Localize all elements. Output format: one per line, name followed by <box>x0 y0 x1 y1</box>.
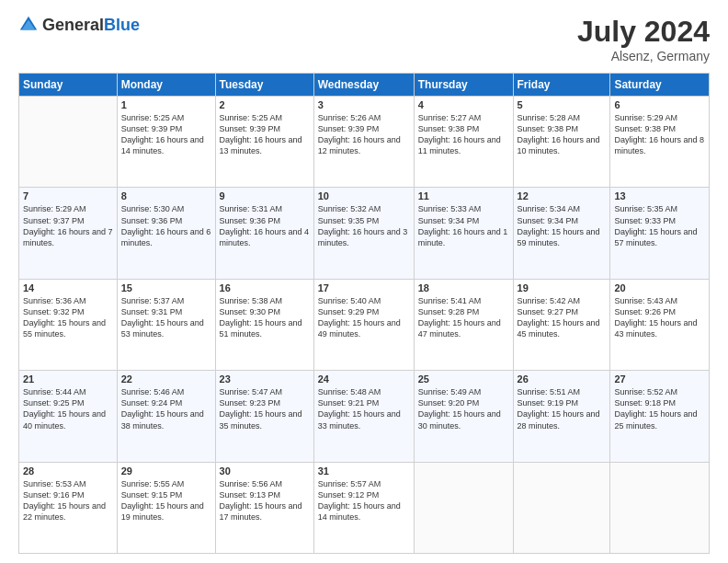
calendar-cell: 24Sunrise: 5:48 AMSunset: 9:21 PMDayligh… <box>313 371 414 462</box>
calendar-cell <box>610 462 710 553</box>
day-number: 8 <box>121 190 211 201</box>
day-info: Sunrise: 5:56 AMSunset: 9:13 PMDaylight:… <box>220 478 310 523</box>
day-info: Sunrise: 5:25 AMSunset: 9:39 PMDaylight:… <box>121 112 211 157</box>
calendar-cell <box>19 97 118 188</box>
calendar-cell: 5Sunrise: 5:28 AMSunset: 9:38 PMDaylight… <box>513 97 610 188</box>
page: GeneralBlue July 2024 Alsenz, Germany Su… <box>0 0 728 563</box>
calendar-cell: 11Sunrise: 5:33 AMSunset: 9:34 PMDayligh… <box>414 188 513 279</box>
calendar-cell: 31Sunrise: 5:57 AMSunset: 9:12 PMDayligh… <box>313 462 414 553</box>
calendar-cell: 26Sunrise: 5:51 AMSunset: 9:19 PMDayligh… <box>513 371 610 462</box>
calendar-cell: 8Sunrise: 5:30 AMSunset: 9:36 PMDaylight… <box>117 188 215 279</box>
day-number: 19 <box>518 282 607 293</box>
calendar-col-tuesday: Tuesday <box>215 74 313 97</box>
day-info: Sunrise: 5:25 AMSunset: 9:39 PMDaylight:… <box>220 112 310 157</box>
day-info: Sunrise: 5:38 AMSunset: 9:30 PMDaylight:… <box>220 295 310 340</box>
day-info: Sunrise: 5:40 AMSunset: 9:29 PMDaylight:… <box>318 295 410 340</box>
day-number: 24 <box>318 373 410 385</box>
calendar-cell: 9Sunrise: 5:31 AMSunset: 9:36 PMDaylight… <box>215 188 313 279</box>
day-number: 21 <box>23 373 113 385</box>
day-number: 23 <box>220 373 310 385</box>
logo-blue: Blue <box>104 16 140 34</box>
calendar-week-5: 28Sunrise: 5:53 AMSunset: 9:16 PMDayligh… <box>19 462 710 553</box>
day-info: Sunrise: 5:47 AMSunset: 9:23 PMDaylight:… <box>220 386 310 431</box>
day-info: Sunrise: 5:37 AMSunset: 9:31 PMDaylight:… <box>121 295 211 340</box>
calendar-cell: 12Sunrise: 5:34 AMSunset: 9:34 PMDayligh… <box>513 188 610 279</box>
day-number: 6 <box>614 99 705 110</box>
calendar-cell: 19Sunrise: 5:42 AMSunset: 9:27 PMDayligh… <box>513 279 610 370</box>
day-info: Sunrise: 5:44 AMSunset: 9:25 PMDaylight:… <box>23 386 113 431</box>
day-number: 22 <box>121 373 211 385</box>
calendar-cell: 23Sunrise: 5:47 AMSunset: 9:23 PMDayligh… <box>215 371 313 462</box>
calendar-cell <box>513 462 610 553</box>
calendar-cell: 21Sunrise: 5:44 AMSunset: 9:25 PMDayligh… <box>19 371 118 462</box>
calendar-col-saturday: Saturday <box>610 74 710 97</box>
day-info: Sunrise: 5:30 AMSunset: 9:36 PMDaylight:… <box>121 203 211 248</box>
day-number: 9 <box>220 190 310 201</box>
day-info: Sunrise: 5:53 AMSunset: 9:16 PMDaylight:… <box>23 478 113 523</box>
day-number: 28 <box>23 465 113 477</box>
calendar-cell: 28Sunrise: 5:53 AMSunset: 9:16 PMDayligh… <box>19 462 118 553</box>
day-number: 26 <box>518 373 607 385</box>
calendar-cell: 25Sunrise: 5:49 AMSunset: 9:20 PMDayligh… <box>414 371 513 462</box>
day-number: 4 <box>418 99 509 110</box>
calendar-cell: 1Sunrise: 5:25 AMSunset: 9:39 PMDaylight… <box>117 97 215 188</box>
day-info: Sunrise: 5:48 AMSunset: 9:21 PMDaylight:… <box>318 386 410 431</box>
day-info: Sunrise: 5:43 AMSunset: 9:26 PMDaylight:… <box>614 295 705 340</box>
calendar-cell: 20Sunrise: 5:43 AMSunset: 9:26 PMDayligh… <box>610 279 710 370</box>
calendar-week-3: 14Sunrise: 5:36 AMSunset: 9:32 PMDayligh… <box>19 279 710 370</box>
logo: GeneralBlue <box>18 15 140 35</box>
day-info: Sunrise: 5:26 AMSunset: 9:39 PMDaylight:… <box>318 112 410 157</box>
day-number: 25 <box>418 373 509 385</box>
logo-icon <box>18 15 39 35</box>
calendar-table: SundayMondayTuesdayWednesdayThursdayFrid… <box>18 73 710 554</box>
month-title: July 2024 <box>577 15 710 49</box>
day-number: 1 <box>121 99 211 110</box>
calendar-week-4: 21Sunrise: 5:44 AMSunset: 9:25 PMDayligh… <box>19 371 710 462</box>
calendar-cell: 7Sunrise: 5:29 AMSunset: 9:37 PMDaylight… <box>19 188 118 279</box>
calendar-cell: 14Sunrise: 5:36 AMSunset: 9:32 PMDayligh… <box>19 279 118 370</box>
calendar-cell: 27Sunrise: 5:52 AMSunset: 9:18 PMDayligh… <box>610 371 710 462</box>
day-number: 10 <box>318 190 410 201</box>
day-info: Sunrise: 5:29 AMSunset: 9:37 PMDaylight:… <box>23 203 113 248</box>
day-number: 2 <box>220 99 310 110</box>
day-number: 5 <box>518 99 607 110</box>
day-info: Sunrise: 5:55 AMSunset: 9:15 PMDaylight:… <box>121 478 211 523</box>
day-number: 31 <box>318 465 410 477</box>
day-info: Sunrise: 5:57 AMSunset: 9:12 PMDaylight:… <box>318 478 410 523</box>
calendar-cell: 4Sunrise: 5:27 AMSunset: 9:38 PMDaylight… <box>414 97 513 188</box>
calendar-cell: 15Sunrise: 5:37 AMSunset: 9:31 PMDayligh… <box>117 279 215 370</box>
calendar-cell: 16Sunrise: 5:38 AMSunset: 9:30 PMDayligh… <box>215 279 313 370</box>
calendar-cell: 13Sunrise: 5:35 AMSunset: 9:33 PMDayligh… <box>610 188 710 279</box>
day-number: 3 <box>318 99 410 110</box>
day-number: 29 <box>121 465 211 477</box>
calendar-cell: 17Sunrise: 5:40 AMSunset: 9:29 PMDayligh… <box>313 279 414 370</box>
day-number: 20 <box>614 282 705 293</box>
day-number: 27 <box>614 373 705 385</box>
header: GeneralBlue July 2024 Alsenz, Germany <box>18 15 710 63</box>
day-number: 11 <box>418 190 509 201</box>
calendar-cell: 18Sunrise: 5:41 AMSunset: 9:28 PMDayligh… <box>414 279 513 370</box>
day-info: Sunrise: 5:35 AMSunset: 9:33 PMDaylight:… <box>614 203 705 248</box>
day-info: Sunrise: 5:36 AMSunset: 9:32 PMDaylight:… <box>23 295 113 340</box>
calendar-col-sunday: Sunday <box>19 74 118 97</box>
calendar-col-thursday: Thursday <box>414 74 513 97</box>
day-info: Sunrise: 5:41 AMSunset: 9:28 PMDaylight:… <box>418 295 509 340</box>
day-number: 14 <box>23 282 113 293</box>
day-number: 16 <box>220 282 310 293</box>
title-block: July 2024 Alsenz, Germany <box>577 15 710 63</box>
logo-text: GeneralBlue <box>42 16 140 35</box>
calendar-cell: 29Sunrise: 5:55 AMSunset: 9:15 PMDayligh… <box>117 462 215 553</box>
calendar-col-monday: Monday <box>117 74 215 97</box>
day-info: Sunrise: 5:32 AMSunset: 9:35 PMDaylight:… <box>318 203 410 248</box>
day-number: 18 <box>418 282 509 293</box>
day-info: Sunrise: 5:46 AMSunset: 9:24 PMDaylight:… <box>121 386 211 431</box>
day-info: Sunrise: 5:27 AMSunset: 9:38 PMDaylight:… <box>418 112 509 157</box>
calendar-cell: 3Sunrise: 5:26 AMSunset: 9:39 PMDaylight… <box>313 97 414 188</box>
day-number: 30 <box>220 465 310 477</box>
day-info: Sunrise: 5:33 AMSunset: 9:34 PMDaylight:… <box>418 203 509 248</box>
calendar-header-row: SundayMondayTuesdayWednesdayThursdayFrid… <box>19 74 710 97</box>
calendar-cell: 22Sunrise: 5:46 AMSunset: 9:24 PMDayligh… <box>117 371 215 462</box>
day-info: Sunrise: 5:52 AMSunset: 9:18 PMDaylight:… <box>614 386 705 431</box>
day-info: Sunrise: 5:34 AMSunset: 9:34 PMDaylight:… <box>518 203 607 248</box>
location: Alsenz, Germany <box>577 49 710 63</box>
